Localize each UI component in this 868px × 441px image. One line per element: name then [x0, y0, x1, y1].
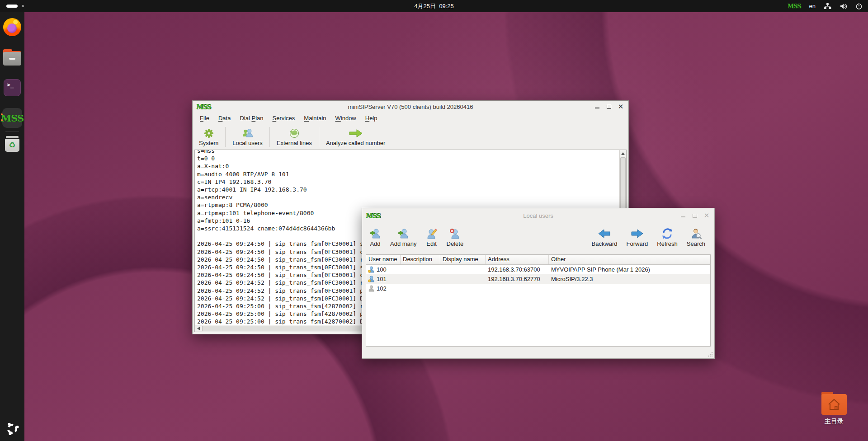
- dock: >_ MSS ♻: [0, 12, 24, 441]
- top-bar: 4月25日 09:25 MSS en: [0, 0, 868, 12]
- analyze-called-number-button[interactable]: Analyze called number: [321, 127, 390, 148]
- desktop-home-icon[interactable]: 主目录: [814, 394, 854, 426]
- add-user-icon: [369, 227, 381, 240]
- delete-user-icon: [449, 227, 461, 240]
- local-users-toolbar: Add Add many: [362, 223, 714, 252]
- column-user-name[interactable]: User name: [366, 255, 401, 264]
- local-users-window: MSS Local users ✕ Add: [362, 208, 715, 359]
- close-button[interactable]: ✕: [618, 103, 624, 110]
- column-display-name[interactable]: Display name: [440, 255, 486, 264]
- arrow-left-icon: [598, 227, 611, 240]
- local-users-table: User name Description Display name Addre…: [366, 254, 711, 347]
- search-button[interactable]: Search: [684, 226, 708, 248]
- user-online-icon: [368, 266, 374, 273]
- backward-button[interactable]: Backward: [589, 226, 620, 248]
- close-button[interactable]: ✕: [703, 212, 710, 219]
- main-toolbar: System Local users: [193, 124, 628, 150]
- delete-button[interactable]: Delete: [444, 226, 467, 248]
- dock-item-trash[interactable]: ♻: [3, 135, 21, 153]
- maximize-button[interactable]: [692, 212, 698, 219]
- dock-item-terminal[interactable]: >_: [3, 79, 21, 97]
- dock-item-minisipserver[interactable]: MSS: [3, 108, 21, 128]
- user-online-icon: [368, 276, 374, 282]
- arrow-right-icon: [349, 128, 363, 139]
- dock-separator: [5, 131, 19, 132]
- toolbar-separator: [319, 127, 319, 147]
- forward-button[interactable]: Forward: [624, 226, 651, 248]
- menu-data[interactable]: Data: [214, 113, 235, 124]
- maximize-button[interactable]: [606, 103, 612, 110]
- table-row[interactable]: 101 192.168.3.70:62770 MicroSIP/3.22.3: [366, 274, 710, 284]
- workspace-dot[interactable]: [22, 5, 24, 7]
- firefox-icon: [3, 18, 21, 36]
- user-offline-icon: [368, 285, 374, 292]
- menu-window[interactable]: Window: [331, 113, 361, 124]
- scroll-left-button[interactable]: [195, 325, 202, 332]
- home-label: 主目录: [814, 418, 854, 426]
- menu-file[interactable]: File: [195, 113, 214, 124]
- dock-item-firefox[interactable]: [3, 18, 21, 36]
- activities-pill[interactable]: [6, 5, 18, 8]
- globe-icon: [289, 128, 299, 139]
- local-users-titlebar[interactable]: MSS Local users ✕: [362, 208, 714, 223]
- toolbar-separator: [225, 127, 226, 147]
- local-users-button[interactable]: Local users: [228, 127, 267, 148]
- menu-help[interactable]: Help: [361, 113, 382, 124]
- external-lines-button[interactable]: External lines: [272, 127, 316, 148]
- trash-icon: ♻: [4, 136, 20, 152]
- running-indicator-dot: [1, 119, 3, 121]
- refresh-button[interactable]: Refresh: [654, 226, 680, 248]
- table-header: User name Description Display name Addre…: [366, 255, 710, 265]
- column-other[interactable]: Other: [549, 255, 710, 264]
- scroll-up-button[interactable]: [620, 150, 626, 157]
- input-language-indicator[interactable]: en: [809, 3, 816, 9]
- menu-services[interactable]: Services: [268, 113, 299, 124]
- resize-grip[interactable]: [708, 352, 713, 357]
- power-icon[interactable]: [855, 3, 863, 10]
- table-row[interactable]: 102: [366, 284, 710, 293]
- volume-icon[interactable]: [840, 3, 847, 10]
- refresh-icon: [661, 227, 673, 240]
- main-window-title: miniSIPServer V70 (500 clients) build 20…: [193, 103, 628, 110]
- show-apps-button[interactable]: [5, 422, 19, 436]
- network-icon[interactable]: [824, 3, 831, 10]
- main-titlebar[interactable]: MSS miniSIPServer V70 (500 clients) buil…: [193, 101, 628, 113]
- terminal-icon: >_: [4, 79, 21, 96]
- menu-bar: File Data Dial Plan Services Maintain Wi…: [193, 113, 628, 124]
- minimize-button[interactable]: [594, 103, 600, 110]
- mss-window-icon: MSS: [366, 212, 380, 219]
- users-icon: [241, 128, 254, 139]
- home-folder-icon: [821, 394, 847, 415]
- system-button[interactable]: System: [194, 127, 223, 148]
- add-button[interactable]: Add: [367, 226, 384, 248]
- menu-dial-plan[interactable]: Dial Plan: [235, 113, 268, 124]
- column-description[interactable]: Description: [401, 255, 440, 264]
- local-users-title: Local users: [362, 212, 714, 219]
- dock-item-files[interactable]: [3, 48, 21, 66]
- arrow-right-icon: [630, 227, 644, 240]
- menu-maintain[interactable]: Maintain: [299, 113, 330, 124]
- toolbar-separator: [269, 127, 270, 147]
- files-icon: [3, 52, 21, 66]
- table-row[interactable]: 100 192.168.3.70:63700 MYVOIPAPP SIP Pho…: [366, 265, 710, 274]
- edit-button[interactable]: Edit: [423, 226, 440, 248]
- add-many-users-icon: [397, 227, 409, 240]
- edit-user-icon: [426, 227, 438, 240]
- clock[interactable]: 4月25日 09:25: [414, 0, 453, 12]
- search-user-icon: [690, 227, 702, 240]
- minisipserver-icon: MSS: [2, 108, 22, 128]
- gear-icon: [204, 128, 214, 139]
- minimize-button[interactable]: [680, 212, 686, 219]
- add-many-button[interactable]: Add many: [387, 226, 420, 248]
- ubuntu-logo-icon: [5, 422, 19, 436]
- column-address[interactable]: Address: [486, 255, 549, 264]
- mss-tray-icon[interactable]: MSS: [788, 3, 801, 9]
- running-indicator-dot: [1, 113, 3, 115]
- mss-window-icon: MSS: [196, 103, 211, 110]
- system-tray: MSS en: [788, 0, 863, 12]
- house-icon: [826, 398, 842, 411]
